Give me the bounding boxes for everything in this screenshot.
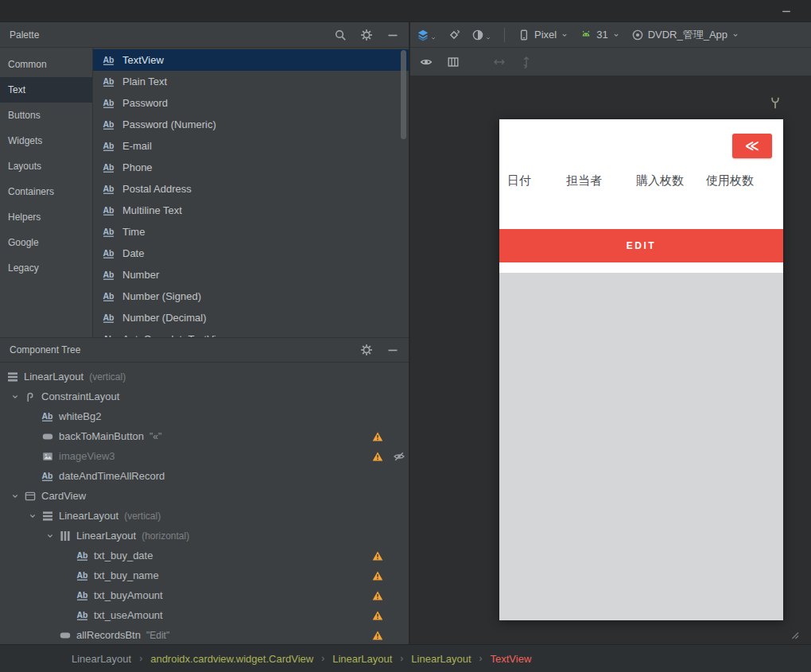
minimize-icon[interactable] — [386, 29, 399, 41]
palette-item-password-numeric[interactable]: AbPassword (Numeric) — [93, 114, 409, 135]
palette-category-helpers[interactable]: Helpers — [0, 204, 92, 230]
palette-item-phone[interactable]: AbPhone — [93, 157, 409, 178]
device-selector[interactable]: Pixel — [518, 29, 568, 41]
breadcrumb-item-textview[interactable]: TextView — [491, 653, 532, 665]
view-options-eye-icon[interactable] — [420, 56, 433, 68]
svg-text:Ab: Ab — [103, 140, 114, 150]
palette-item-label: E-mail — [122, 140, 152, 152]
tree-node-txt-buyamount[interactable]: Abtxt_buyAmount — [0, 585, 409, 605]
tree-node-linearlayout[interactable]: LinearLayout(vertical) — [0, 367, 409, 386]
palette-item-time[interactable]: AbTime — [93, 221, 409, 243]
pan-vertical-icon[interactable] — [520, 56, 533, 68]
tree-node-whitebg2[interactable]: AbwhiteBg2 — [0, 406, 409, 426]
tree-node-label: backToMainButton — [59, 430, 144, 442]
tree-node-label: txt_useAmount — [94, 609, 163, 621]
palette-category-text[interactable]: Text — [0, 77, 92, 103]
scrollbar-thumb[interactable] — [401, 50, 406, 139]
api-level-selector[interactable]: 31 — [580, 29, 619, 41]
phone-icon — [518, 29, 530, 41]
settings-icon[interactable] — [360, 29, 373, 41]
expand-chevron-icon[interactable] — [24, 511, 41, 521]
tree-node-label: imageView3 — [59, 450, 115, 462]
tree-node-backtomainbutton[interactable]: backToMainButton"«" — [0, 426, 409, 446]
render-status-icon[interactable] — [768, 95, 782, 110]
tree-node-txt-buy-name[interactable]: Abtxt_buy_name — [0, 565, 409, 585]
palette-item-number-signed[interactable]: AbNumber (Signed) — [93, 286, 409, 307]
expand-chevron-icon[interactable] — [6, 392, 24, 402]
breadcrumb-item-androidx-cardview-widget-cardview[interactable]: androidx.cardview.widget.CardView — [150, 653, 313, 665]
tree-node-label: LinearLayout — [24, 371, 83, 383]
palette-item-date[interactable]: AbDate — [93, 243, 409, 264]
breadcrumb-item-linearlayout[interactable]: LinearLayout — [332, 653, 392, 665]
preview-back-button[interactable]: ≪ — [732, 134, 772, 158]
device-preview[interactable]: ≪ 日付担当者購入枚数使用枚数 EDIT — [499, 119, 783, 620]
palette-item-postal-address[interactable]: AbPostal Address — [93, 178, 409, 200]
breadcrumb-item-linearlayout[interactable]: LinearLayout — [72, 653, 131, 665]
palette-item-label: AutoCompleteTextView — [122, 333, 229, 337]
theme-selector[interactable]: DVDR_管理_App — [631, 28, 739, 42]
orientation-button[interactable] — [448, 29, 460, 41]
palette-category-layouts[interactable]: Layouts — [0, 153, 92, 179]
settings-icon[interactable] — [360, 344, 373, 356]
resize-handle-icon[interactable] — [787, 627, 800, 640]
palette-item-number-decimal[interactable]: AbNumber (Decimal) — [93, 307, 409, 328]
tree-node-linearlayout[interactable]: LinearLayout(vertical) — [0, 506, 409, 526]
svg-text:Ab: Ab — [103, 97, 114, 107]
palette-item-plain-text[interactable]: AbPlain Text — [93, 71, 409, 92]
preview-edit-button[interactable]: EDIT — [499, 229, 783, 262]
svg-text:Ab: Ab — [103, 76, 114, 85]
warning-icon — [372, 570, 383, 581]
tree-node-label: LinearLayout — [76, 530, 136, 542]
window-minimize-icon[interactable] — [781, 6, 792, 17]
warning-icon — [372, 630, 383, 641]
svg-text:Ab: Ab — [77, 550, 88, 559]
svg-text:Ab: Ab — [103, 269, 114, 278]
textview-icon: Ab — [41, 470, 54, 483]
palette-category-buttons[interactable]: Buttons — [0, 103, 92, 128]
palette-item-number[interactable]: AbNumber — [93, 264, 409, 286]
layout-columns-icon[interactable] — [447, 56, 460, 68]
palette-category-legacy[interactable]: Legacy — [0, 255, 92, 281]
palette-item-multiline-text[interactable]: AbMultiline Text — [93, 200, 409, 221]
imageview-icon — [41, 450, 54, 463]
tree-node-dateandtimeallrecord[interactable]: AbdateAndTimeAllRecord — [0, 466, 409, 486]
tree-node-constraintlayout[interactable]: ConstraintLayout — [0, 386, 409, 406]
preview-content-area — [499, 273, 783, 620]
tree-node-txt-useamount[interactable]: Abtxt_useAmount — [0, 605, 409, 625]
warning-icon — [372, 431, 383, 442]
text-field-icon: Ab — [103, 140, 115, 153]
palette-item-e-mail[interactable]: AbE-mail — [93, 135, 409, 157]
tree-node-imageview3[interactable]: imageView3 — [0, 446, 409, 466]
svg-text:Ab: Ab — [103, 54, 114, 64]
textview-icon: Ab — [76, 589, 89, 602]
palette-item-password[interactable]: AbPassword — [93, 92, 409, 114]
palette-header: Palette — [0, 22, 409, 48]
warning-icon — [372, 550, 383, 561]
palette-category-containers[interactable]: Containers — [0, 179, 92, 204]
breadcrumb-separator: › — [321, 653, 324, 664]
palette-category-widgets[interactable]: Widgets — [0, 128, 92, 153]
constraintlayout-icon — [24, 390, 37, 403]
expand-chevron-icon[interactable] — [6, 491, 24, 501]
surface-mode-button[interactable] — [417, 29, 437, 41]
tree-node-allrecordsbtn[interactable]: allRecordsBtn"Edit" — [0, 625, 409, 644]
visibility-off-icon[interactable] — [393, 450, 406, 463]
night-mode-button[interactable] — [471, 29, 491, 41]
tree-node-cardview[interactable]: CardView — [0, 486, 409, 506]
tree-node-txt-buy-date[interactable]: Abtxt_buy_date — [0, 546, 409, 565]
text-field-icon: Ab — [103, 54, 115, 67]
palette-item-textview[interactable]: AbTextView — [93, 49, 409, 71]
device-selector-label: Pixel — [534, 29, 557, 41]
night-mode-icon — [471, 29, 484, 41]
palette-item-autocompletetextview[interactable]: AbAutoCompleteTextView — [93, 328, 409, 337]
minimize-icon[interactable] — [386, 344, 399, 356]
palette-category-google[interactable]: Google — [0, 230, 92, 255]
search-icon[interactable] — [334, 29, 347, 41]
expand-chevron-icon[interactable] — [41, 531, 59, 541]
tree-node-linearlayout[interactable]: LinearLayout(horizontal) — [0, 526, 409, 546]
design-surface[interactable]: ≪ 日付担当者購入枚数使用枚数 EDIT — [410, 76, 811, 644]
palette-category-common[interactable]: Common — [0, 52, 92, 77]
pan-horizontal-icon[interactable] — [493, 56, 506, 68]
breadcrumb-item-linearlayout[interactable]: LinearLayout — [411, 653, 471, 665]
title-bar — [0, 0, 811, 22]
